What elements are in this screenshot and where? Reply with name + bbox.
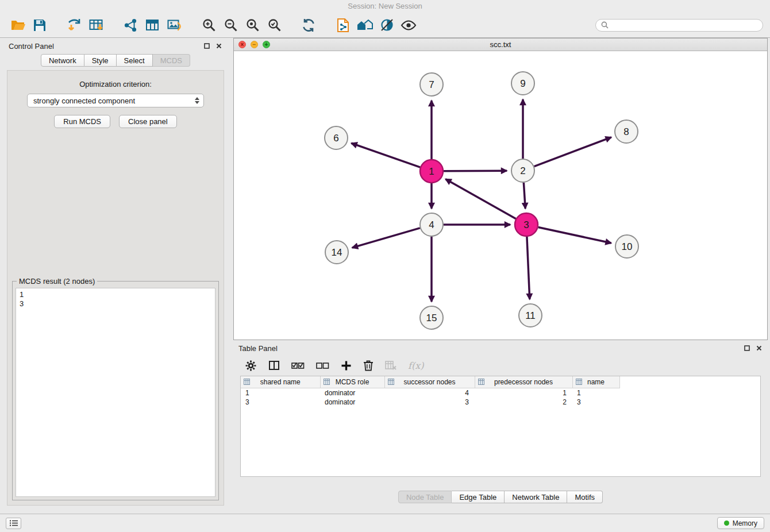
table-tab-network-table[interactable]: Network Table [505,491,567,503]
run-mcds-button[interactable]: Run MCDS [54,115,110,128]
criterion-select[interactable]: strongly connected component [27,94,204,107]
graph-edge-1-2[interactable] [444,171,507,171]
column-header-name[interactable]: name [572,376,619,388]
graph-edge-1-6[interactable] [351,143,420,167]
graph-node-11[interactable]: 11 [519,304,542,327]
graph-edge-3-11[interactable] [527,237,530,299]
export-image-button[interactable] [163,15,185,36]
table-cell[interactable]: 3 [384,398,475,407]
close-panel-button[interactable] [215,43,222,49]
select-all-icon [291,361,305,370]
table-cell[interactable]: 3 [572,398,619,407]
import-table-button[interactable] [85,15,107,36]
mcds-result-text[interactable]: 13 [16,288,215,497]
svg-text:11: 11 [525,310,536,321]
table-row[interactable]: 3dominator323 [241,398,760,407]
graph-edge-2-8[interactable] [534,137,611,167]
float-panel-button[interactable] [203,43,210,49]
graph-edge-3-1[interactable] [445,179,515,219]
control-panel-header: Control Panel [3,39,228,53]
table-cell[interactable]: 2 [475,398,572,407]
table-cell[interactable]: 1 [241,388,320,398]
deselect-all-button[interactable] [316,358,329,373]
control-tab-network[interactable]: Network [41,54,84,67]
graph-edge-4-14[interactable] [352,228,420,248]
task-history-button[interactable] [6,518,21,529]
svg-text:15: 15 [426,313,437,323]
zoom-out-button[interactable] [220,15,241,36]
network-window-titlebar[interactable]: ×−+ scc.txt [234,38,767,51]
import-network-icon [67,18,82,33]
network-graph[interactable]: 7968124314101511 [234,51,767,340]
import-network-button[interactable] [63,15,85,36]
graph-node-7[interactable]: 7 [420,73,443,96]
column-header-filler [619,376,760,388]
criterion-value: strongly connected component [33,97,135,105]
select-all-button[interactable] [291,358,305,373]
float-table-panel-button[interactable] [744,345,750,352]
mcds-result-box: MCDS result (2 nodes) 13 [12,281,219,500]
table-cell[interactable]: 1 [572,388,619,398]
control-tab-style[interactable]: Style [84,54,117,67]
column-header-MCDS-role[interactable]: MCDS role [320,376,384,388]
new-network-button[interactable] [120,15,141,36]
function-builder-button[interactable]: f(x) [408,358,424,373]
graph-node-2[interactable]: 2 [511,159,534,182]
table-cell[interactable]: dominator [320,398,384,407]
window-controls: ×−+ [238,41,275,48]
add-row-button[interactable] [341,358,352,373]
window-zoom-button[interactable]: + [263,41,270,48]
search-input[interactable] [612,21,757,29]
column-header-shared-name[interactable]: shared name [241,376,320,388]
search-box[interactable] [595,19,763,32]
choose-columns-button[interactable] [268,358,280,373]
apply-style-button[interactable] [376,15,398,36]
save-session-button[interactable] [29,15,51,36]
delete-table-button[interactable] [385,358,396,373]
close-panel-button-2[interactable]: Close panel [119,115,177,128]
table-row[interactable]: 1dominator411 [241,388,760,398]
table-cell[interactable]: 3 [241,398,320,407]
new-network-table-button[interactable] [141,15,163,36]
table-tab-edge-table[interactable]: Edge Table [452,491,505,503]
show-hide-button[interactable] [398,15,419,36]
zoom-fit-button[interactable] [241,15,263,36]
graph-node-1[interactable]: 1 [420,160,443,183]
graph-node-10[interactable]: 10 [615,235,638,258]
zoom-in-button[interactable] [198,15,220,36]
show-all-networks-button[interactable] [354,15,376,36]
graph-node-3[interactable]: 3 [515,213,538,236]
graph-edge-2-3[interactable] [523,183,525,209]
graph-edge-3-10[interactable] [538,227,611,243]
delete-row-button[interactable] [363,358,374,373]
zoom-selected-button[interactable] [263,15,285,36]
list-icon [10,520,18,526]
table-cell[interactable]: dominator [320,388,384,398]
graph-node-15[interactable]: 15 [420,306,443,329]
column-settings-button[interactable] [245,358,257,373]
refresh-view-button[interactable] [298,15,319,36]
column-header-predecessor-nodes[interactable]: predecessor nodes [475,376,572,388]
network-canvas[interactable]: 7968124314101511 [234,51,767,340]
network-view-window: ×−+ scc.txt 7968124314101511 [233,38,768,340]
save-icon [33,18,47,32]
control-tab-select[interactable]: Select [117,54,153,67]
memory-button[interactable]: Memory [717,517,764,529]
graph-node-14[interactable]: 14 [325,241,348,264]
table-cell[interactable]: 1 [475,388,572,398]
close-table-panel-button[interactable] [756,345,763,352]
control-tab-mcds[interactable]: MCDS [153,54,190,67]
graph-node-6[interactable]: 6 [325,126,348,149]
column-header-successor-nodes[interactable]: successor nodes [384,376,475,388]
window-close-button[interactable]: × [238,41,246,48]
window-minimize-button[interactable]: − [251,41,258,48]
table-toolbar: f(x) [233,355,768,376]
graph-node-9[interactable]: 9 [511,72,534,95]
graph-node-8[interactable]: 8 [615,120,638,143]
table-tab-motifs[interactable]: Motifs [567,491,603,503]
open-file-button[interactable] [7,15,29,36]
graph-node-4[interactable]: 4 [420,213,443,236]
first-neighbors-button[interactable] [332,15,354,36]
table-cell[interactable]: 4 [384,388,475,398]
table-tab-node-table[interactable]: Node Table [398,491,452,503]
